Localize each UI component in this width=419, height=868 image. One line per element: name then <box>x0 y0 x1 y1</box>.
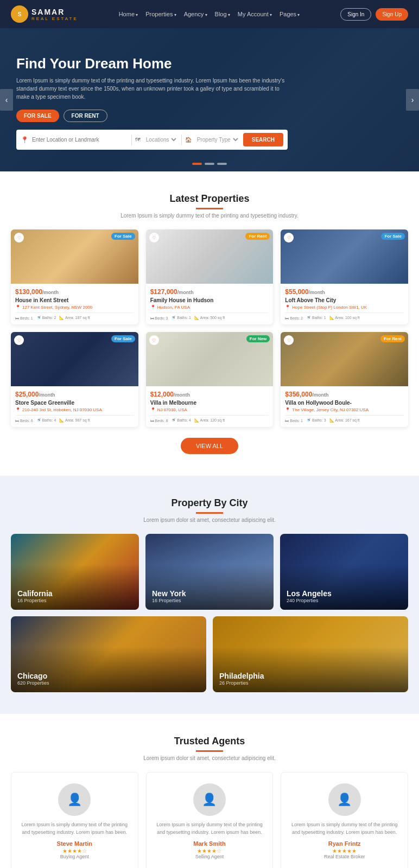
property-type-select[interactable]: Property Type <box>195 136 240 143</box>
city-info-2: Los Angeles 240 Properties <box>287 589 332 603</box>
agent-avatar-0: 👤 <box>58 783 91 816</box>
agent-role-2: Real Estate Broker <box>287 854 402 859</box>
section-line-3 <box>196 750 223 752</box>
baths-stat-3: 🚿 Baths: 4 <box>36 418 56 423</box>
property-address-2: 📍Hope Street (Stop F) London SW1, UK <box>285 305 404 310</box>
property-name-2: Loft Above The City <box>285 297 404 303</box>
property-price-2: $55,000/month <box>285 288 404 296</box>
agents-subtitle: Lorem ipsum dolor sit amet, consectetur … <box>11 755 408 761</box>
map-icon: 🗺 <box>135 137 141 143</box>
hero-prev-button[interactable]: ‹ <box>0 89 13 111</box>
view-all-button[interactable]: VIEW ALL <box>181 438 238 454</box>
property-image-0: ♡ For Sale <box>11 229 138 284</box>
property-body-2: $55,000/month Loft Above The City 📍Hope … <box>281 284 408 324</box>
property-name-0: House in Kent Street <box>15 297 134 303</box>
property-card-1[interactable]: ♡ For Rent $127,000/month Family House i… <box>146 229 274 324</box>
property-image-1: ♡ For Rent <box>146 229 274 284</box>
beds-stat-0: 🛏 Beds: 1 <box>15 316 33 320</box>
baths-stat-5: 🚿 Baths: 3 <box>306 418 326 423</box>
beds-stat-1: 🛏 Beds: 3 <box>150 316 168 320</box>
hero-dot-2[interactable] <box>205 163 214 165</box>
property-badge-3: For Sale <box>111 335 135 342</box>
agent-stars-2: ★★★★★ <box>287 848 402 854</box>
property-name-4: Villa in Melbourne <box>150 400 269 406</box>
hero-tabs: FOR SALE FOR RENT <box>16 110 288 122</box>
hero-subtitle: Lorem Ipsum is simply dummy text of the … <box>16 76 288 101</box>
city-card-chicago[interactable]: Chicago 620 Properties <box>11 616 206 692</box>
property-name-5: Villa on Hollywood Boule- <box>285 400 404 406</box>
search-button[interactable]: SEARCH <box>243 133 283 146</box>
baths-stat-2: 🚿 Baths: 1 <box>306 316 326 320</box>
agent-name-1: Mark Smith <box>152 840 268 847</box>
favorite-icon-0[interactable]: ♡ <box>14 233 24 242</box>
hero-dot-3[interactable] <box>217 163 227 165</box>
favorite-icon-1[interactable]: ♡ <box>149 233 159 242</box>
agent-desc-0: Lorem Ipsum is simply dummy text of the … <box>17 821 132 836</box>
signup-button[interactable]: Sign Up <box>376 8 408 21</box>
city-name-0: California <box>17 589 53 598</box>
city-info-1: New York 16 Properties <box>152 589 186 603</box>
baths-stat-1: 🚿 Baths: 1 <box>171 316 191 320</box>
beds-stat-3: 🛏 Beds: 6 <box>15 418 33 423</box>
city-section-title: Property By City <box>11 497 408 509</box>
favorite-icon-4[interactable]: ♡ <box>149 335 159 345</box>
signin-button[interactable]: Sign In <box>340 8 371 21</box>
city-name-4: Philadelphia <box>219 672 264 680</box>
city-grid-bottom: Chicago 620 Properties Philadelphia 26 P… <box>11 616 408 692</box>
tab-for-sale[interactable]: FOR SALE <box>16 110 59 122</box>
property-image-4: ♡ For New <box>146 332 274 386</box>
area-stat-3: 📐 Area: 987 sq ft <box>59 418 90 423</box>
city-card-philadelphia[interactable]: Philadelphia 26 Properties <box>213 616 408 692</box>
nav-pages[interactable]: Pages <box>280 11 300 17</box>
nav-properties[interactable]: Properties <box>145 11 176 17</box>
property-badge-5: For Rent <box>380 335 405 342</box>
property-price-4: $12,000/month <box>150 391 269 398</box>
hero-section: ‹ › Find Your Dream Home Lorem Ipsum is … <box>0 28 419 171</box>
favorite-icon-3[interactable]: ♡ <box>14 335 24 345</box>
property-grid: ♡ For Sale $130,000/month House in Kent … <box>11 229 408 427</box>
address-icon-5: 📍 <box>285 407 290 412</box>
city-card-california[interactable]: California 16 Properties <box>11 534 139 610</box>
latest-properties-subtitle: Lorem Ipsum is simply dummy text of the … <box>11 213 408 219</box>
property-by-city-section: Property By City Lorem ipsum dolor sit a… <box>0 476 419 714</box>
property-body-4: $12,000/month Villa in Melbourne 📍NJ 070… <box>146 386 274 427</box>
property-card-0[interactable]: ♡ For Sale $130,000/month House in Kent … <box>11 229 138 324</box>
city-grid-top: California 16 Properties New York 16 Pro… <box>11 534 408 610</box>
city-name-3: Chicago <box>17 672 49 680</box>
property-stats-2: 🛏 Beds: 2 🚿 Baths: 1 📐 Area: 100 sq ft <box>285 312 404 320</box>
logo[interactable]: S SAMAR REAL ESTATE <box>11 5 78 23</box>
section-line-2 <box>196 512 223 514</box>
agent-role-1: Selling Agent <box>152 854 268 859</box>
city-card-new-york[interactable]: New York 16 Properties <box>145 534 274 610</box>
property-price-0: $130,000/month <box>15 288 134 296</box>
baths-stat-0: 🚿 Baths: 2 <box>36 316 56 320</box>
property-name-1: Family House in Hudson <box>150 297 269 303</box>
location-select[interactable]: Locations <box>144 136 178 143</box>
area-stat-4: 📐 Area: 120 sq ft <box>194 418 225 423</box>
city-info-3: Chicago 620 Properties <box>17 672 49 686</box>
nav-blog[interactable]: Blog <box>215 11 230 17</box>
nav-actions: Sign In Sign Up <box>340 8 408 21</box>
property-address-1: 📍Hudson, PA USA <box>150 305 269 310</box>
agent-name-2: Ryan Frintz <box>287 840 402 847</box>
city-name-2: Los Angeles <box>287 589 332 598</box>
nav-account[interactable]: My Account <box>238 11 272 17</box>
property-card-2[interactable]: ♡ For Sale $55,000/month Loft Above The … <box>281 229 408 324</box>
beds-stat-4: 🛏 Beds: 8 <box>150 418 168 423</box>
logo-text: SAMAR REAL ESTATE <box>31 8 78 21</box>
property-card-5[interactable]: ♡ For Rent $356,000/month Villa on Holly… <box>281 332 408 427</box>
nav-agency[interactable]: Agency <box>184 11 207 17</box>
property-card-3[interactable]: ♡ For Sale $25,000/month Store Space Gre… <box>11 332 138 427</box>
city-card-los-angeles[interactable]: Los Angeles 240 Properties <box>280 534 408 610</box>
agent-card-2: 👤 Lorem Ipsum is simply dummy text of th… <box>281 772 408 868</box>
view-all-wrapper: VIEW ALL <box>11 438 408 454</box>
property-card-4[interactable]: ♡ For New $12,000/month Villa in Melbour… <box>146 332 274 427</box>
property-name-3: Store Space Greenville <box>15 400 134 406</box>
hero-dot-1[interactable] <box>192 163 202 165</box>
hero-next-button[interactable]: › <box>406 89 419 111</box>
search-input[interactable] <box>32 137 128 143</box>
property-badge-1: For Rent <box>245 233 270 240</box>
nav-home[interactable]: Home <box>119 11 138 17</box>
tab-for-rent[interactable]: FOR RENT <box>64 110 107 122</box>
divider-2 <box>181 135 182 145</box>
